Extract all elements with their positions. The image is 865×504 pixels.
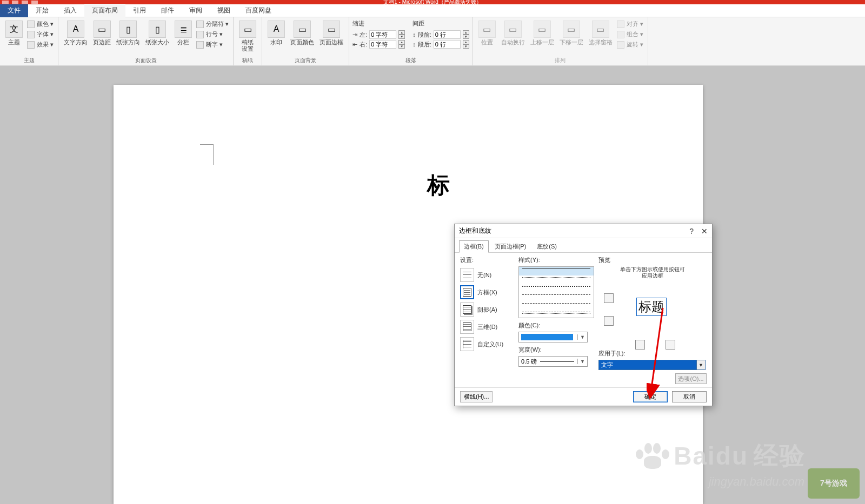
color-combo[interactable]: ▼ [518, 332, 588, 342]
setting-shadow[interactable]: 阴影(A) [460, 301, 514, 318]
orientation-button[interactable]: ▯纸张方向 [114, 19, 142, 46]
indent-left-input[interactable] [369, 30, 396, 39]
cancel-button[interactable]: 取消 [672, 391, 707, 402]
spacing-after-down[interactable]: ▼ [463, 44, 469, 49]
width-combo[interactable]: 0.5 磅▼ [518, 356, 588, 367]
spacing-before-input[interactable] [434, 30, 461, 39]
indent-right-icon: ⇤ [352, 41, 357, 48]
tab-home[interactable]: 开始 [28, 4, 56, 17]
spacing-after-icon: ↕ [412, 41, 416, 48]
horizontal-line-button[interactable]: 横线(H)... [460, 391, 493, 402]
text-direction-button[interactable]: A文字方向 [62, 19, 90, 46]
dialog-tab-page[interactable]: 页面边框(P) [490, 240, 531, 253]
preview-label: 预览 [598, 256, 707, 264]
dropdown-arrow-icon: ▼ [577, 334, 585, 340]
page-color-button[interactable]: ▭页面颜色 [288, 19, 316, 46]
spacing-title: 间距 [412, 19, 469, 28]
page-border-button[interactable]: ▭页面边框 [317, 19, 345, 46]
ribbon-group-theme: 文 主题 颜色 ▾ 字体 ▾ 效果 ▾ 主题 [0, 17, 58, 65]
tab-references[interactable]: 引用 [125, 4, 154, 17]
size-button[interactable]: ▯纸张大小 [143, 19, 171, 46]
dialog-tab-border[interactable]: 边框(B) [459, 240, 489, 253]
page-border-icon: ▭ [323, 21, 340, 38]
preview-right-edge-button[interactable] [666, 340, 675, 350]
dialog-body: 设置: 无(N) 方框(X) 阴影(A) 三维(D) [455, 252, 712, 388]
tab-mailings[interactable]: 邮件 [154, 4, 182, 17]
apply-to-combo[interactable]: 文字 ▼ [598, 360, 706, 370]
dialog-tab-shading[interactable]: 底纹(S) [532, 240, 562, 253]
tab-file[interactable]: 文件 [0, 4, 28, 17]
theme-effect-button[interactable]: 效果 ▾ [26, 40, 55, 49]
bring-forward-button: ▭上移一层 [528, 19, 556, 46]
setting-3d[interactable]: 三维(D) [460, 318, 514, 335]
tab-review[interactable]: 审阅 [182, 4, 210, 17]
backward-icon: ▭ [563, 21, 580, 38]
ok-button[interactable]: 确定 [633, 391, 668, 402]
tab-baidu[interactable]: 百度网盘 [238, 4, 279, 17]
margins-button[interactable]: ▭页边距 [91, 19, 113, 46]
indent-right-up[interactable]: ▲ [398, 40, 405, 44]
apply-label: 应用于(L): [598, 350, 707, 358]
setting-label: 设置: [460, 256, 514, 264]
setting-column: 设置: 无(N) 方框(X) 阴影(A) 三维(D) [460, 256, 514, 384]
hyphenation-button[interactable]: 断字 ▾ [195, 40, 230, 49]
line-numbers-button[interactable]: 行号 ▾ [195, 30, 230, 39]
indent-left-up[interactable]: ▲ [398, 30, 405, 35]
size-icon: ▯ [149, 21, 166, 38]
spacing-after-input[interactable] [434, 40, 461, 49]
watermark-button[interactable]: A水印 [265, 19, 287, 46]
setting-box[interactable]: 方框(X) [460, 284, 514, 301]
indent-right-input[interactable] [369, 40, 396, 49]
borders-shading-dialog: 边框和底纹 ? ✕ 边框(B) 页面边框(P) 底纹(S) 设置: 无(N) 方… [454, 224, 713, 406]
position-icon: ▭ [478, 21, 496, 38]
preview-column: 预览 单击下方图示或使用按钮可 应用边框 标题 应用于(L): 文字 ▼ 选项(… [598, 256, 707, 384]
spacing-after-row: ↕ 段后: ▲▼ [412, 39, 469, 49]
breaks-button[interactable]: 分隔符 ▾ [195, 19, 230, 29]
spacing-before-down[interactable]: ▼ [463, 35, 469, 39]
style-list[interactable] [518, 266, 594, 318]
theme-color-button[interactable]: 颜色 ▾ [26, 19, 55, 29]
watermark-icon: A [268, 21, 285, 38]
tab-insert[interactable]: 插入 [56, 4, 84, 17]
watermark-url: jingyan.baidu.com [709, 475, 804, 489]
tab-view[interactable]: 视图 [210, 4, 238, 17]
setting-custom-icon [460, 337, 474, 351]
manuscript-icon: ▭ [239, 21, 256, 38]
selection-pane-button: ▭选择窗格 [587, 19, 615, 46]
setting-box-icon [460, 285, 474, 299]
ribbon-label-arrange: 排列 [476, 56, 644, 64]
ribbon-label-paper: 稿纸 [237, 56, 258, 64]
color-swatch [521, 334, 573, 340]
ribbon-label-page-setup: 页面设置 [62, 56, 230, 64]
themes-icon: 文 [5, 21, 23, 38]
dialog-tabs: 边框(B) 页面边框(P) 底纹(S) [455, 238, 712, 253]
theme-font-button[interactable]: 字体 ▾ [26, 30, 55, 39]
ribbon-group-paper: ▭稿纸 设置 稿纸 [234, 17, 262, 65]
spacing-before-up[interactable]: ▲ [463, 30, 469, 35]
spacing-after-up[interactable]: ▲ [463, 40, 469, 44]
setting-3d-icon [460, 320, 474, 334]
style-label: 样式(Y): [518, 256, 594, 264]
setting-custom[interactable]: 自定义(U) [460, 335, 514, 353]
indent-right-down[interactable]: ▼ [398, 44, 405, 49]
send-backward-button: ▭下移一层 [557, 19, 585, 46]
preview-bottom-edge-button[interactable] [604, 316, 614, 326]
width-label: 宽度(W): [518, 346, 594, 354]
ribbon-group-paragraph: 缩进 ⇥ 左: ▲▼ ⇤ 右: ▲▼ 间距 ↕ 段前: [349, 17, 473, 65]
preview-top-edge-button[interactable] [604, 293, 614, 303]
setting-none[interactable]: 无(N) [460, 266, 514, 284]
tab-page-layout[interactable]: 页面布局 [84, 4, 125, 17]
setting-none-icon [460, 268, 474, 282]
dialog-close-button[interactable]: ✕ [701, 227, 708, 236]
align-button: 对齐 ▾ [616, 19, 644, 29]
manuscript-button[interactable]: ▭稿纸 设置 [237, 19, 258, 53]
dialog-help-button[interactable]: ? [689, 227, 694, 236]
dialog-titlebar[interactable]: 边框和底纹 ? ✕ [455, 224, 712, 238]
themes-button[interactable]: 文 主题 [3, 19, 25, 46]
preview-left-edge-button[interactable] [635, 340, 645, 350]
quick-access-toolbar [2, 0, 38, 4]
dropdown-arrow-icon: ▼ [696, 360, 705, 369]
ribbon-group-arrange: ▭位置 ▭自动换行 ▭上移一层 ▭下移一层 ▭选择窗格 对齐 ▾ 组合 ▾ 旋转… [473, 17, 648, 65]
columns-button[interactable]: ≣分栏 [172, 19, 194, 46]
indent-left-down[interactable]: ▼ [398, 35, 405, 39]
